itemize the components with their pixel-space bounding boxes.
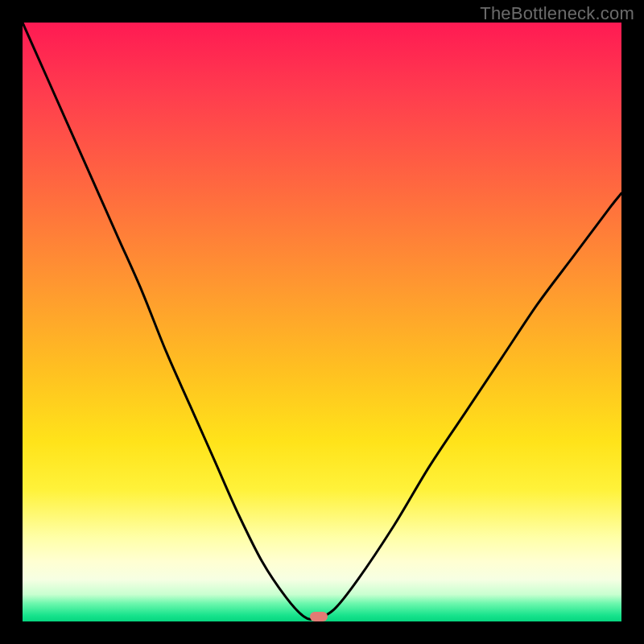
watermark-text: TheBottleneck.com xyxy=(480,3,634,24)
curve-path xyxy=(23,23,621,619)
bottleneck-curve xyxy=(23,23,621,621)
chart-frame: TheBottleneck.com xyxy=(0,0,644,644)
plot-area xyxy=(23,23,621,621)
optimum-marker xyxy=(310,612,328,621)
